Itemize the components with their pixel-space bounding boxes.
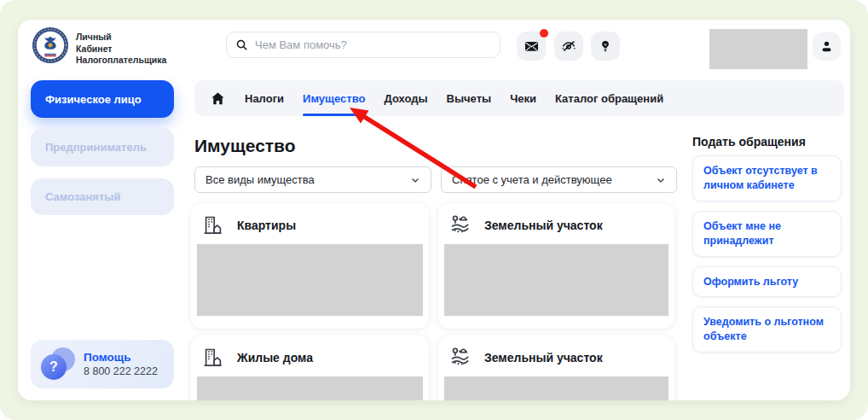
incognito-button[interactable] <box>554 32 583 61</box>
page-background: Личный Кабинет Налогоплательщика <box>0 0 868 420</box>
sidebar-item-label: Физическое лицо <box>45 93 142 106</box>
search-input[interactable] <box>255 38 491 51</box>
property-card-houses[interactable]: Жилые дома <box>191 335 429 400</box>
profile-button[interactable] <box>813 32 841 61</box>
tab-requests-catalog[interactable]: Каталог обращений <box>555 92 663 105</box>
card-title: Земельный участок <box>484 351 603 365</box>
fns-logo <box>31 26 70 65</box>
card-title: Квартиры <box>237 219 296 232</box>
notification-badge <box>540 29 548 38</box>
chevron-down-icon <box>656 175 666 185</box>
select-value: Все виды имущества <box>205 173 315 186</box>
sidebar-item-label: Самозанятый <box>45 190 120 203</box>
sidebar-item-self-employed[interactable]: Самозанятый <box>31 178 174 215</box>
property-card-land-1[interactable]: Земельный участок <box>438 203 674 329</box>
actions-panel-title: Подать обращения <box>692 135 806 149</box>
search-bar[interactable] <box>226 32 501 58</box>
help-title: Помощь <box>84 351 158 364</box>
search-icon <box>235 38 248 51</box>
help-card[interactable]: ? Помощь 8 800 222 2222 <box>31 340 174 388</box>
home-button[interactable] <box>210 90 226 107</box>
content-placeholder <box>197 376 423 400</box>
app-title: Личный Кабинет Налогоплательщика <box>76 32 166 67</box>
tab-property[interactable]: Имущество <box>303 92 365 105</box>
building-icon <box>201 346 224 369</box>
action-apply-benefit[interactable]: Оформить льготу <box>692 266 842 298</box>
property-card-land-2[interactable]: Земельный участок <box>438 335 674 400</box>
messages-button[interactable] <box>517 32 546 61</box>
content-placeholder <box>197 244 423 316</box>
home-icon <box>210 90 226 107</box>
sidebar-item-individual[interactable]: Физическое лицо <box>31 80 174 118</box>
property-card-apartments[interactable]: Квартиры <box>191 203 429 329</box>
user-info-placeholder <box>709 29 807 69</box>
page-title: Имущество <box>194 136 296 156</box>
property-status-select[interactable]: Снятое с учета и действующее <box>441 166 677 193</box>
building-icon <box>201 213 224 236</box>
tab-deductions[interactable]: Вычеты <box>447 92 492 105</box>
property-type-select[interactable]: Все виды имущества <box>194 166 431 193</box>
content-placeholder <box>444 376 668 400</box>
chevron-down-icon <box>410 175 420 185</box>
tab-receipts[interactable]: Чеки <box>510 92 536 105</box>
actions-panel: Объект отсутствует в личном кабинете Объ… <box>692 155 842 353</box>
action-notify-benefit-object[interactable]: Уведомить о льготном объекте <box>692 306 842 353</box>
help-phone: 8 800 222 2222 <box>84 365 158 377</box>
land-icon <box>448 346 472 369</box>
main-nav: Налоги Имущество Доходы Вычеты Чеки Ката… <box>194 80 844 116</box>
action-object-missing[interactable]: Объект отсутствует в личном кабинете <box>692 155 842 201</box>
land-icon <box>448 213 472 236</box>
card-title: Земельный участок <box>484 219 603 232</box>
question-icon: ? <box>41 347 75 382</box>
app-window: Личный Кабинет Налогоплательщика <box>18 20 850 400</box>
action-object-not-mine[interactable]: Объект мне не принадлежит <box>692 211 842 257</box>
content-placeholder <box>444 244 668 316</box>
card-title: Жилые дома <box>237 351 313 365</box>
select-value: Снятое с учета и действующее <box>452 173 612 186</box>
sidebar-item-label: Предприниматель <box>45 141 147 154</box>
idea-button[interactable] <box>591 32 620 61</box>
tab-income[interactable]: Доходы <box>384 92 427 105</box>
tab-taxes[interactable]: Налоги <box>245 92 284 105</box>
sidebar-item-entrepreneur[interactable]: Предприниматель <box>31 128 174 166</box>
